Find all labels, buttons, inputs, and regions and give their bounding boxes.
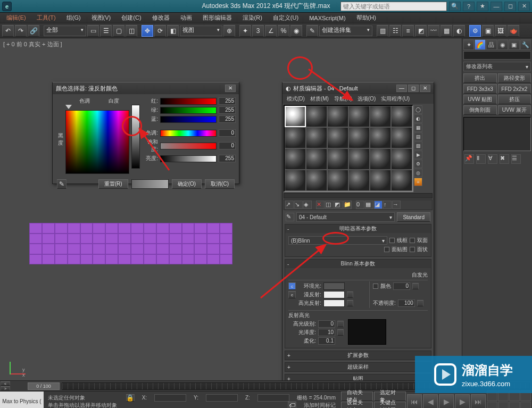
sample-slot[interactable] — [285, 170, 306, 191]
modifier-btn-uvw[interactable]: UVW 贴图 — [463, 95, 497, 104]
green-slider[interactable] — [160, 107, 217, 114]
eyedropper-button[interactable]: ✎ — [57, 179, 66, 189]
soften-value[interactable]: 0.1 — [318, 337, 335, 345]
menu-animation[interactable]: 动画 — [176, 13, 196, 22]
specular-map-button[interactable] — [347, 300, 353, 306]
blue-value[interactable]: 255 — [219, 115, 236, 123]
select-button[interactable]: ▭ — [87, 25, 99, 37]
search-icon[interactable]: 🔍 — [449, 2, 461, 11]
selected-object-mesh[interactable] — [29, 223, 232, 264]
twosided-check[interactable] — [410, 238, 415, 243]
motion-tab[interactable]: ◉ — [497, 39, 508, 50]
blinn-rollout-header[interactable]: -Blinn 基本参数 — [285, 260, 431, 268]
color-picker-title[interactable]: 颜色选择器: 漫反射颜色 ✕ — [53, 82, 239, 94]
make-unique-stack-icon[interactable]: ∀ — [488, 154, 497, 164]
next-frame-button[interactable]: ▶ — [455, 394, 470, 409]
modifier-btn-squeeze[interactable]: 挤压 — [498, 95, 531, 104]
shader-type-dropdown[interactable]: (B)Blinn▾ — [288, 236, 387, 245]
opacity-value[interactable]: 100 — [398, 299, 415, 307]
sample-slot[interactable] — [348, 106, 370, 127]
hue-marker[interactable] — [65, 105, 72, 109]
sample-slot[interactable] — [370, 127, 391, 148]
select-name-button[interactable]: ☰ — [100, 25, 112, 37]
speclevel-map-button[interactable] — [337, 321, 344, 327]
menu-create[interactable]: 创建(C) — [117, 13, 145, 22]
gloss-value[interactable]: 10 — [318, 329, 335, 336]
prev-frame-button[interactable]: ◀ — [423, 394, 438, 409]
play-button[interactable]: ▶ — [439, 394, 454, 409]
put-to-scene-icon[interactable]: ↘ — [294, 201, 303, 209]
edit-named-sel-button[interactable]: ✎ — [306, 25, 318, 37]
sample-slot-1[interactable] — [285, 106, 306, 127]
reset-button[interactable]: 重置(R) — [98, 179, 128, 189]
render-button[interactable]: 🖼 — [495, 25, 506, 37]
preview-icon[interactable]: ▶ — [414, 151, 422, 159]
percent-snap-button[interactable]: % — [278, 25, 289, 37]
create-tab[interactable]: ✦ — [463, 39, 474, 50]
lock-selection-icon[interactable]: 🔒 — [126, 394, 135, 402]
ref-coord-dropdown[interactable]: 视图 — [180, 26, 222, 36]
snap-button[interactable]: 3 — [252, 25, 264, 37]
assign-icon[interactable]: ◈ — [303, 201, 312, 209]
material-editor-button[interactable]: ◐ — [453, 25, 465, 37]
modifier-btn-pathdeform[interactable]: 路径变形 — [498, 73, 531, 83]
modifier-stack[interactable] — [463, 117, 531, 151]
diffuse-swatch[interactable] — [323, 291, 345, 298]
link-button[interactable]: 🔗 — [28, 25, 39, 37]
facemap-check[interactable] — [384, 247, 389, 252]
sample-slot[interactable] — [306, 106, 327, 127]
reset-map-icon[interactable]: ✕ — [316, 201, 325, 209]
mat-menu-nav[interactable]: 导航(N) — [332, 95, 354, 103]
time-slider[interactable]: 0 / 100 — [28, 382, 60, 390]
layers-button[interactable]: ≡ — [402, 25, 414, 37]
menu-maxscript[interactable]: MAXScript(M) — [305, 14, 350, 22]
mat-id-icon[interactable]: 0 — [356, 201, 364, 209]
sample-slot[interactable] — [306, 170, 327, 191]
sample-slot[interactable] — [306, 127, 327, 148]
options-icon[interactable]: ⚙ — [414, 160, 422, 168]
curve-editor-button[interactable]: 〰 — [428, 25, 439, 37]
undo-button[interactable]: ↶ — [2, 25, 14, 37]
modifier-btn-ffd2[interactable]: FFD 2x2x2 — [498, 84, 531, 94]
sample-slot[interactable] — [348, 127, 370, 148]
backlight-icon[interactable]: ◐ — [414, 114, 422, 123]
menu-edit[interactable]: 编辑(E) — [2, 13, 30, 22]
material-type-button[interactable]: Standard — [397, 212, 430, 222]
goto-start-button[interactable]: ⏮ — [407, 394, 422, 409]
mat-menu-util[interactable]: 实用程序(U) — [379, 95, 412, 103]
menu-help[interactable]: 帮助(H) — [352, 13, 380, 22]
modify-tab[interactable]: 🌈 — [475, 39, 485, 50]
add-time-tag[interactable]: 添加时间标记 — [304, 402, 336, 409]
menu-group[interactable]: 组(G) — [62, 13, 85, 22]
modifier-list-dropdown[interactable]: 修改器列表▾ — [463, 62, 531, 71]
scale-button[interactable]: ◧ — [167, 25, 179, 37]
y-coord[interactable] — [206, 394, 238, 402]
color-picker-close-button[interactable]: ✕ — [225, 85, 236, 92]
sample-slot[interactable] — [370, 148, 391, 170]
goto-end-button[interactable]: ⏭ — [471, 394, 486, 409]
red-value[interactable]: 255 — [219, 97, 236, 105]
show-end-result-icon[interactable]: Ⅱ — [476, 154, 486, 164]
sample-slot[interactable] — [391, 170, 412, 191]
mat-menu-mode[interactable]: 模式(D) — [285, 95, 307, 103]
object-color-bar[interactable] — [463, 51, 531, 60]
sample-slot[interactable] — [348, 148, 370, 170]
align-button[interactable]: ☷ — [389, 25, 401, 37]
nav-roll-icon[interactable] — [498, 402, 509, 408]
select-by-mat-icon[interactable]: ◎ — [414, 169, 422, 177]
move-button[interactable]: ✥ — [142, 25, 153, 37]
green-value[interactable]: 255 — [219, 106, 236, 114]
make-copy-icon[interactable]: ◫ — [325, 201, 334, 209]
sample-slot[interactable] — [370, 106, 391, 127]
menu-modifiers[interactable]: 修改器 — [148, 13, 174, 22]
go-forward-icon[interactable]: → — [392, 201, 401, 209]
sample-type-icon[interactable]: ◯ — [414, 105, 422, 114]
sample-slot[interactable] — [327, 170, 348, 191]
mirror-button[interactable]: ▥ — [377, 25, 388, 37]
sample-hscroll[interactable] — [284, 193, 433, 198]
time-tag-icon[interactable]: 🏷 — [288, 402, 296, 409]
val-slider[interactable] — [160, 155, 217, 162]
selfillum-map-button[interactable] — [412, 283, 419, 289]
z-coord[interactable] — [257, 394, 289, 402]
redo-button[interactable]: ↷ — [15, 25, 27, 37]
